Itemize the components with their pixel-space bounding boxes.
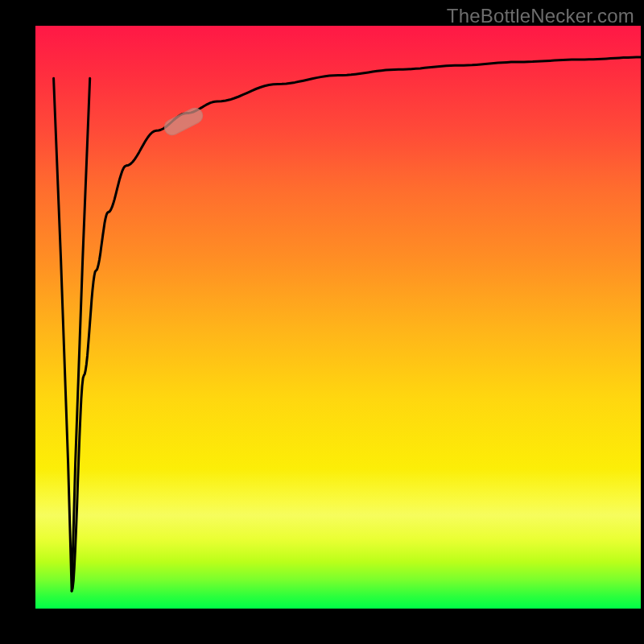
series-spike-down	[54, 78, 90, 591]
x-axis	[32, 609, 641, 612]
series-saturating-curve	[72, 57, 641, 591]
watermark-text: TheBottleNecker.com	[447, 5, 634, 27]
chart-lines	[35, 26, 641, 609]
